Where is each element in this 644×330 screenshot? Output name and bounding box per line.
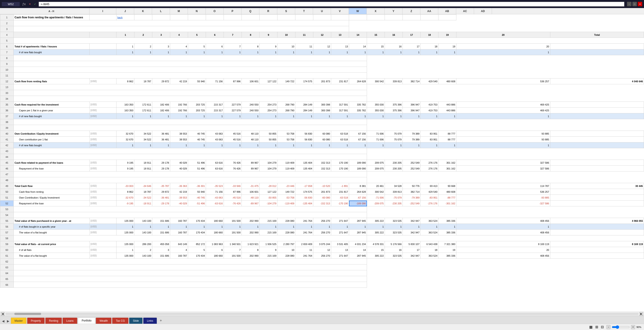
tab-renting[interactable]: Renting <box>45 318 62 324</box>
col-q[interactable]: Q <box>242 8 260 14</box>
zoom-out-btn[interactable]: − <box>606 325 610 329</box>
tab-loans[interactable]: Loans <box>62 318 77 324</box>
sheet[interactable]: 1 Cash flow from renting the apartments … <box>0 14 644 312</box>
col-ad[interactable]: AD <box>474 8 492 14</box>
titlebar: W52 ƒx ✕ ✓ − □ ✕ <box>0 0 644 8</box>
table-row: 51 Own Contribution / Equity Investment … <box>0 195 644 200</box>
page-layout-btn[interactable]: ⊞ <box>595 325 598 329</box>
table-row: 37 # of new flats bought [USD] 111111111… <box>0 113 644 119</box>
col-w[interactable]: W <box>349 8 367 14</box>
col-t[interactable]: T <box>295 8 313 14</box>
table-row: 48 <box>0 177 644 183</box>
page-break-btn[interactable]: ⊟ <box>601 325 604 329</box>
table-row: 9 <box>0 61 644 67</box>
cell-ref-box[interactable]: W52 <box>2 2 20 6</box>
col-u[interactable]: U <box>313 8 331 14</box>
table-row: 60 # of all flats [USD] 1234567891011121… <box>0 247 644 253</box>
close-btn[interactable]: ✕ <box>638 2 642 6</box>
table-row: 50 Cash flow from renting [USD] 8 86218 … <box>0 189 644 195</box>
table-row: 13 <box>0 84 644 90</box>
zoom-in-btn[interactable]: + <box>631 325 635 329</box>
table-row: 10 <box>0 67 644 73</box>
col-ab[interactable]: AB <box>438 8 456 14</box>
maximize-btn[interactable]: □ <box>632 2 637 6</box>
col-headers: A - H I J K L M N O P Q R S T U V W X Y … <box>0 8 644 14</box>
statusbar: ▦ ⊞ ⊟ − + 90% <box>0 324 644 330</box>
sheet-title-cell: Cash flow from renting the apartments / … <box>14 14 90 20</box>
col-p[interactable]: P <box>224 8 242 14</box>
back-link[interactable]: back <box>116 14 134 20</box>
col-v[interactable]: V <box>331 8 349 14</box>
col-aa[interactable]: AA <box>420 8 438 14</box>
table-row: 53 <box>0 206 644 212</box>
table-row: 8 <box>0 55 644 61</box>
col-n[interactable]: N <box>188 8 206 14</box>
table-row: 57 The value of a flat bought [USD] 135 … <box>0 230 644 236</box>
table-row: 66 <box>0 282 644 288</box>
zoom-level: 90% <box>636 326 641 328</box>
tab-links[interactable]: Links <box>143 318 157 324</box>
close-icon[interactable]: ✕ <box>29 3 31 6</box>
check-icon[interactable]: ✓ <box>34 3 36 6</box>
formula-bar[interactable] <box>39 2 624 6</box>
scroll-left-btn[interactable]: ◀ <box>1 312 4 316</box>
col-r[interactable]: R <box>260 8 277 14</box>
scroll-tab-left[interactable]: ◀ <box>1 318 5 324</box>
col-l[interactable]: L <box>152 8 170 14</box>
table-row: 36 Capex per 1 flat in a given year [USD… <box>0 108 644 113</box>
table-row: 33 <box>0 90 644 96</box>
table-row: 42 # of new flats bought [USD] 111111111… <box>0 142 644 148</box>
table-row: 7 # of new flats bought 1111111111111111… <box>0 50 644 55</box>
zoom-slider[interactable] <box>612 325 630 329</box>
table-row: 58 <box>0 236 644 241</box>
table-row: 55 Total value of flats purchased in a g… <box>0 218 644 224</box>
tabbar: ◀ ▶ Master Property Renting Loans Portfo… <box>0 316 644 324</box>
table-row: 56 # of flats bought in a specific year … <box>0 224 644 230</box>
table-row: 4 1 2 3 4 5 6 7 8 9 10 11 12 13 14 <box>0 32 644 38</box>
table-row: 39 <box>0 125 644 131</box>
scroll-right-btn[interactable]: ▶ <box>640 312 643 316</box>
col-j[interactable]: J <box>116 8 134 14</box>
table-row: 38 <box>0 119 644 125</box>
table-row: 61 The value of a flat bought [USD] 135 … <box>0 253 644 259</box>
table-row: 6 Total # of apartments / flats / houses… <box>0 44 644 50</box>
table-row: 49 Total Cash flow [USD] -33 003-34 646-… <box>0 183 644 189</box>
table-row: 3 <box>0 26 644 32</box>
add-sheet-btn[interactable]: + <box>158 318 164 324</box>
col-a[interactable]: A - H <box>14 8 90 14</box>
table-row: 47 <box>0 172 644 177</box>
table-row: 52 Repayment of the loan [USD] -9 195-18… <box>0 200 644 206</box>
table-row: 45 Cash flow related to payment of the l… <box>0 160 644 166</box>
fx-icon: ƒx <box>22 2 26 6</box>
col-o[interactable]: O <box>206 8 224 14</box>
grid-view-btn[interactable]: ▦ <box>589 325 592 329</box>
row-num-1: 1 <box>0 14 14 20</box>
table-row: 40 Own Contribution / Equity Investment … <box>0 131 644 136</box>
col-ac[interactable]: AC <box>456 8 474 14</box>
cell-i1 <box>90 14 116 20</box>
col-s[interactable]: S <box>277 8 295 14</box>
col-m[interactable]: M <box>170 8 188 14</box>
table-row: 64 <box>0 270 644 276</box>
col-k[interactable]: K <box>134 8 152 14</box>
tab-wealth[interactable]: Wealth <box>96 318 112 324</box>
tab-portfolio[interactable]: Portfolio <box>78 318 95 324</box>
table-row: 35 Cash flow required for the investment… <box>0 102 644 108</box>
selected-cell-w52[interactable]: -189 090 <box>349 200 367 206</box>
scroll-thumb[interactable] <box>14 313 41 315</box>
tab-property[interactable]: Property <box>27 318 45 324</box>
col-i[interactable]: I <box>90 8 116 14</box>
table-row: 54 <box>0 212 644 218</box>
table-row: 44 <box>0 154 644 160</box>
table-row: 41 Own contribution per 1 flat [USD] 32 … <box>0 136 644 142</box>
col-x[interactable]: X <box>367 8 384 14</box>
scroll-track[interactable] <box>5 313 639 315</box>
col-z[interactable]: Z <box>402 8 420 14</box>
tab-slide[interactable]: Slide <box>129 318 143 324</box>
scroll-tab-right[interactable]: ▶ <box>6 318 10 324</box>
tab-master[interactable]: Master <box>11 318 26 324</box>
table-row: 43 <box>0 148 644 154</box>
minimize-btn[interactable]: − <box>627 2 632 6</box>
tab-taxcg[interactable]: Tax CG <box>112 318 128 324</box>
col-y[interactable]: Y <box>384 8 402 14</box>
